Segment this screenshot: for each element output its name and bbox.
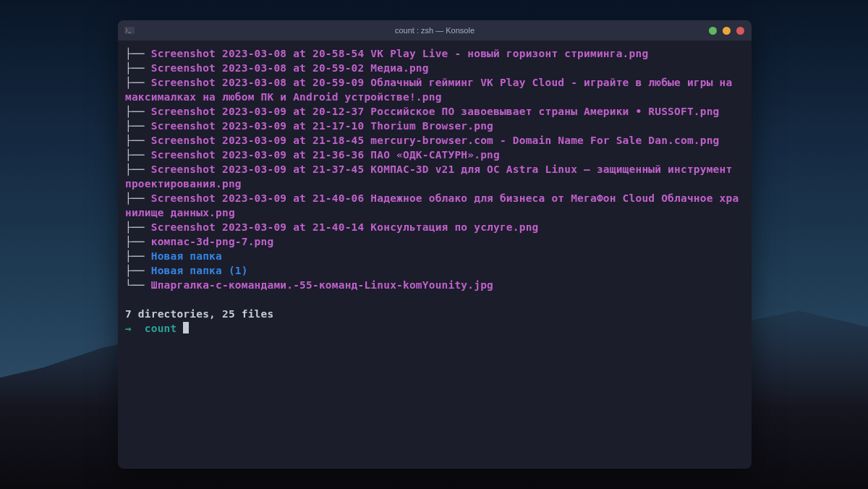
prompt-arrow: → [125,323,138,334]
tree-branch-icon: ├── [125,135,151,146]
tree-file: ├── Screenshot 2023-03-09 at 21-40-14 Ко… [125,220,744,234]
tree-directory: ├── Новая папка [125,249,744,263]
tree-branch-icon: ├── [125,77,151,88]
file-name: Screenshot 2023-03-09 at 21-40-06 Надежн… [125,192,739,218]
maximize-button[interactable] [723,27,731,35]
file-name: компас-3d-png-7.png [151,236,274,247]
tree-branch-icon: ├── [125,149,151,161]
tree-file: ├── Screenshot 2023-03-09 at 20-12-37 Ро… [125,104,744,119]
window-title: count : zsh — Konsole [395,26,475,35]
cursor [183,322,189,333]
tree-directory: ├── Новая папка (1) [125,263,744,278]
summary-line: 7 directories, 25 files [125,307,744,321]
file-name: Screenshot 2023-03-09 at 21-40-14 Консул… [151,221,539,233]
tree-branch-icon: ├── [125,48,151,59]
tree-branch-icon: ├── [125,192,151,204]
app-icon [124,26,135,35]
tree-branch-icon: ├── [125,250,151,262]
file-name: Screenshot 2023-03-09 at 21-37-45 КОМПАС… [125,163,739,190]
file-name: Screenshot 2023-03-09 at 21-17-10 Thoriu… [151,120,493,132]
minimize-button[interactable] [709,27,717,35]
file-name: Screenshot 2023-03-09 at 20-12-37 Россий… [151,106,720,117]
tree-file: └── Шпаргалка-с-командами.-55-команд-Lin… [125,278,744,292]
tree-branch-icon: └── [125,279,151,291]
tree-branch-icon: ├── [125,265,151,276]
close-button[interactable] [736,27,744,35]
file-name: Screenshot 2023-03-08 at 20-59-02 Медиа.… [151,62,429,74]
tree-branch-icon: ├── [125,236,151,247]
tree-file: ├── Screenshot 2023-03-08 at 20-59-02 Ме… [125,61,744,75]
tree-file: ├── компас-3d-png-7.png [125,234,744,249]
tree-branch-icon: ├── [125,163,151,175]
prompt-line: → count [125,321,744,336]
tree-file: ├── Screenshot 2023-03-08 at 20-59-09 Об… [125,75,744,104]
tree-file: ├── Screenshot 2023-03-08 at 20-58-54 VK… [125,46,744,61]
file-name: Screenshot 2023-03-08 at 20-59-09 Облачн… [125,77,739,103]
file-name: Screenshot 2023-03-09 at 21-36-36 ПАО «О… [151,149,500,161]
tree-file: ├── Screenshot 2023-03-09 at 21-37-45 КО… [125,162,744,191]
tree-output: ├── Screenshot 2023-03-08 at 20-58-54 VK… [125,46,744,292]
file-name: Шпаргалка-с-командами.-55-команд-Linux-k… [151,279,493,291]
tree-branch-icon: ├── [125,120,151,132]
tree-file: ├── Screenshot 2023-03-09 at 21-18-45 me… [125,133,744,148]
tree-branch-icon: ├── [125,62,151,74]
terminal-content[interactable]: ├── Screenshot 2023-03-08 at 20-58-54 VK… [118,41,752,469]
prompt-cwd: count [138,323,184,334]
file-name: Screenshot 2023-03-08 at 20-58-54 VK Pla… [151,48,649,59]
terminal-window: count : zsh — Konsole ├── Screenshot 202… [118,20,752,469]
directory-name: Новая папка [151,250,222,262]
window-titlebar[interactable]: count : zsh — Konsole [118,20,752,41]
tree-branch-icon: ├── [125,221,151,233]
directory-name: Новая папка (1) [151,265,248,276]
tree-file: ├── Screenshot 2023-03-09 at 21-17-10 Th… [125,119,744,133]
tree-file: ├── Screenshot 2023-03-09 at 21-40-06 На… [125,191,744,220]
tree-file: ├── Screenshot 2023-03-09 at 21-36-36 ПА… [125,148,744,162]
file-name: Screenshot 2023-03-09 at 21-18-45 mercur… [151,135,720,146]
blank-line [125,292,744,307]
window-controls [709,27,744,35]
tree-branch-icon: ├── [125,106,151,117]
